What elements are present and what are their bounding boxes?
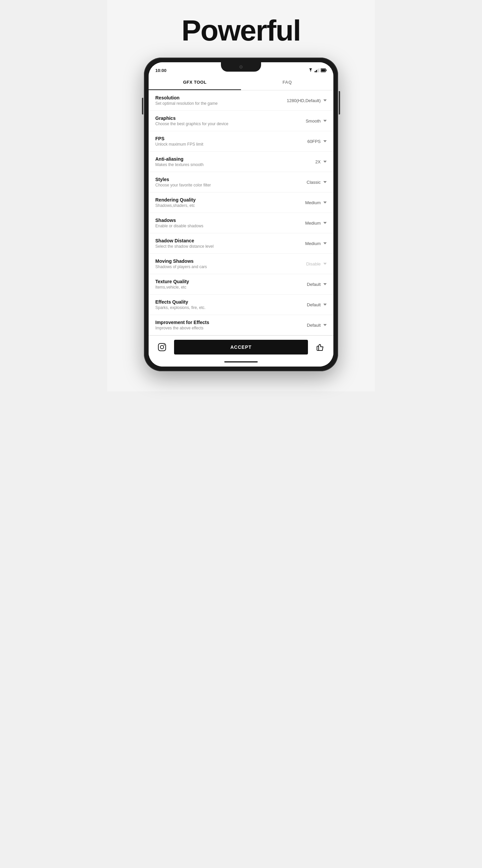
setting-rendering-title: Rendering Quality (155, 197, 290, 203)
setting-shadow-distance-title: Shadow Distance (155, 238, 290, 243)
setting-effects-quality-value[interactable]: Default (290, 302, 327, 307)
home-indicator (149, 359, 333, 367)
setting-antialiasing-labels: Anti-aliasing Makes the textures smooth (155, 156, 290, 167)
svg-rect-5 (326, 70, 327, 71)
setting-moving-shadows[interactable]: Moving Shadows Shadows of players and ca… (149, 254, 333, 274)
chevron-down-icon (323, 263, 327, 265)
setting-resolution-value[interactable]: 1280(HD,Default) (287, 98, 327, 103)
setting-improvement-effects-value[interactable]: Default (290, 323, 327, 328)
setting-effects-quality[interactable]: Effects Quality Sparks, explosions, fire… (149, 294, 333, 315)
accept-button[interactable]: ACCEPT (174, 340, 308, 354)
setting-graphics-desc: Choose the best graphics for your device (155, 122, 290, 126)
setting-effects-quality-title: Effects Quality (155, 299, 290, 305)
page-wrapper: Powerful 10:00 (107, 0, 375, 391)
battery-icon (321, 68, 327, 72)
setting-moving-shadows-desc: Shadows of players and cars (155, 265, 290, 269)
signal-icon (315, 68, 319, 72)
setting-antialiasing-value[interactable]: 2X (290, 159, 327, 164)
setting-rendering-labels: Rendering Quality Shadows,shaders, etc (155, 197, 290, 208)
setting-antialiasing-desc: Makes the textures smooth (155, 162, 290, 167)
setting-improvement-effects-title: Improvement for Effects (155, 320, 290, 325)
svg-point-9 (164, 344, 165, 345)
setting-fps-desc: Unlock maximum FPS limit (155, 142, 290, 147)
setting-graphics-labels: Graphics Choose the best graphics for yo… (155, 116, 290, 126)
svg-point-8 (160, 345, 164, 349)
setting-fps-title: FPS (155, 136, 290, 141)
setting-graphics-title: Graphics (155, 116, 290, 121)
setting-fps[interactable]: FPS Unlock maximum FPS limit 60FPS (149, 131, 333, 152)
setting-styles[interactable]: Styles Choose your favorite color filter… (149, 172, 333, 192)
chevron-down-icon (323, 242, 327, 244)
status-icons (308, 68, 327, 72)
chevron-down-icon (323, 181, 327, 183)
setting-shadow-distance-desc: Select the shadow distance level (155, 244, 290, 249)
home-bar (224, 361, 258, 363)
phone-btn-left (142, 98, 143, 115)
status-bar: 10:00 (149, 62, 333, 75)
chevron-down-icon (323, 202, 327, 204)
setting-styles-desc: Choose your favorite color filter (155, 183, 290, 187)
app-content: GFX TOOL FAQ Resolution Set optimal reso… (149, 75, 333, 367)
setting-rendering-desc: Shadows,shaders, etc (155, 203, 290, 208)
tab-gfxtool[interactable]: GFX TOOL (149, 75, 241, 90)
setting-texture-quality-title: Texture Quality (155, 279, 290, 284)
svg-rect-7 (158, 343, 166, 351)
setting-improvement-effects[interactable]: Improvement for Effects Improves the abo… (149, 315, 333, 335)
svg-rect-6 (321, 69, 325, 72)
wifi-icon (308, 68, 313, 72)
setting-antialiasing[interactable]: Anti-aliasing Makes the textures smooth … (149, 152, 333, 172)
setting-resolution-labels: Resolution Set optimal resolution for th… (155, 95, 287, 106)
settings-list: Resolution Set optimal resolution for th… (149, 90, 333, 335)
setting-fps-value[interactable]: 60FPS (290, 139, 327, 144)
setting-effects-quality-desc: Sparks, explosions, fire, etc. (155, 305, 290, 310)
title-section: Powerful (182, 0, 300, 58)
chevron-down-icon (323, 99, 327, 101)
bottom-bar: ACCEPT (149, 335, 333, 359)
setting-shadows[interactable]: Shadows Enable or disable shadows Medium (149, 213, 333, 233)
chevron-down-icon (323, 222, 327, 224)
svg-rect-2 (317, 69, 318, 72)
setting-effects-quality-labels: Effects Quality Sparks, explosions, fire… (155, 299, 290, 310)
tabs: GFX TOOL FAQ (149, 75, 333, 90)
setting-shadows-labels: Shadows Enable or disable shadows (155, 218, 290, 228)
setting-texture-quality-value[interactable]: Default (290, 282, 327, 287)
setting-shadow-distance-labels: Shadow Distance Select the shadow distan… (155, 238, 290, 249)
setting-resolution[interactable]: Resolution Set optimal resolution for th… (149, 90, 333, 111)
setting-styles-title: Styles (155, 177, 290, 182)
setting-antialiasing-title: Anti-aliasing (155, 156, 290, 162)
camera-dot (239, 65, 243, 69)
svg-rect-0 (315, 71, 316, 72)
setting-graphics[interactable]: Graphics Choose the best graphics for yo… (149, 111, 333, 131)
setting-styles-labels: Styles Choose your favorite color filter (155, 177, 290, 187)
setting-moving-shadows-title: Moving Shadows (155, 258, 290, 264)
setting-improvement-effects-labels: Improvement for Effects Improves the abo… (155, 320, 290, 331)
page-title: Powerful (182, 13, 300, 48)
setting-resolution-desc: Set optimal resolution for the game (155, 101, 287, 106)
thumbsup-icon (315, 342, 325, 352)
chevron-down-icon (323, 324, 327, 326)
phone-frame: 10:00 (144, 58, 338, 371)
thumbsup-button[interactable] (313, 340, 327, 354)
setting-moving-shadows-labels: Moving Shadows Shadows of players and ca… (155, 258, 290, 269)
setting-shadows-title: Shadows (155, 218, 290, 223)
setting-rendering-value[interactable]: Medium (290, 200, 327, 205)
instagram-button[interactable] (155, 340, 169, 354)
setting-styles-value[interactable]: Classic (290, 180, 327, 185)
chevron-down-icon (323, 120, 327, 122)
notch (221, 62, 261, 72)
setting-shadows-value[interactable]: Medium (290, 221, 327, 226)
setting-fps-labels: FPS Unlock maximum FPS limit (155, 136, 290, 147)
setting-graphics-value[interactable]: Smooth (290, 119, 327, 124)
setting-shadow-distance-value[interactable]: Medium (290, 241, 327, 246)
status-time: 10:00 (155, 68, 166, 73)
chevron-down-icon (323, 304, 327, 306)
setting-improvement-effects-desc: Improves the above effects (155, 326, 290, 331)
svg-rect-1 (316, 70, 317, 72)
setting-resolution-title: Resolution (155, 95, 287, 100)
setting-texture-quality[interactable]: Texture Quality Items,vehicle, etc Defau… (149, 274, 333, 294)
setting-rendering[interactable]: Rendering Quality Shadows,shaders, etc M… (149, 192, 333, 213)
tab-faq[interactable]: FAQ (241, 75, 333, 90)
phone-btn-right (339, 91, 340, 115)
svg-rect-3 (319, 68, 319, 72)
setting-shadow-distance[interactable]: Shadow Distance Select the shadow distan… (149, 233, 333, 254)
